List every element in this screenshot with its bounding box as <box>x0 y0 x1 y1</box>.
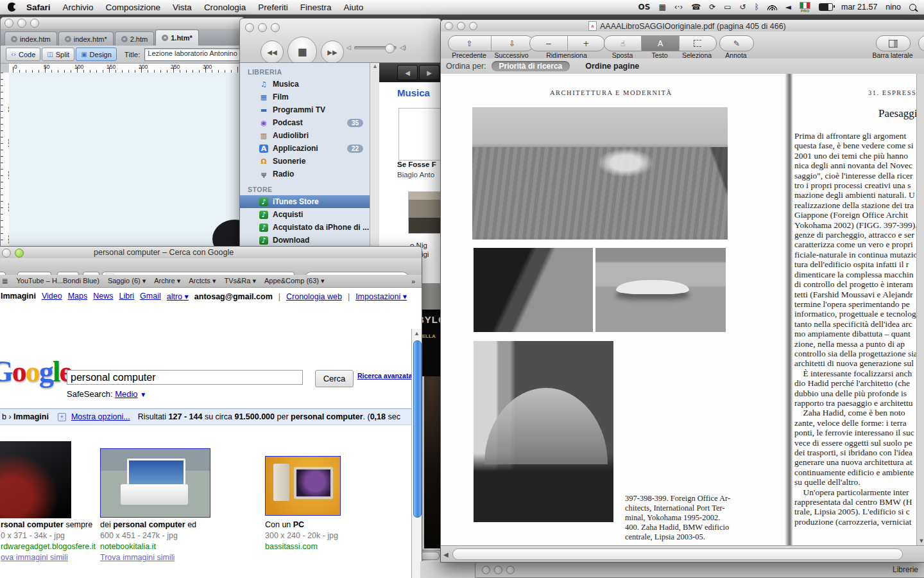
menu-item[interactable]: Finestra <box>300 3 332 12</box>
document-tab[interactable]: ×index.htm <box>4 31 57 46</box>
tab-close-icon[interactable]: × <box>121 36 128 42</box>
show-options-link[interactable]: Mostra opzioni... <box>71 412 130 421</box>
time-machine-icon[interactable]: ↺ <box>740 3 746 12</box>
volume-knob[interactable] <box>385 44 395 53</box>
sidebar-toggle-button[interactable] <box>877 36 910 51</box>
sidebar-item[interactable]: ♫Musica <box>240 78 370 91</box>
sidebar-item[interactable]: ΩSuonerie <box>240 155 370 168</box>
scrollbar-thumb[interactable] <box>413 340 422 518</box>
apple-menu-icon[interactable] <box>8 3 16 12</box>
minimize-button[interactable] <box>258 23 267 32</box>
minimize-button[interactable] <box>457 22 465 30</box>
tab-close-icon[interactable]: × <box>11 36 17 42</box>
dreamweaver-titlebar[interactable] <box>1 17 244 29</box>
nav-link[interactable]: Maps <box>68 292 88 301</box>
album-artist[interactable]: Biagio Anto <box>397 171 434 179</box>
move-tool-button[interactable]: ☝ <box>604 36 642 51</box>
sidebar-item[interactable]: ▦Film <box>240 91 370 103</box>
next-page-button[interactable]: ⇩ <box>492 36 534 51</box>
bookmarks-grid-icon[interactable]: ▦ <box>2 277 8 285</box>
select-tool-button[interactable] <box>680 36 716 51</box>
sort-search-priority-button[interactable]: Priorità di ricerca <box>492 61 570 71</box>
document-tab[interactable]: ×1.htm* <box>155 30 199 46</box>
design-view-button[interactable]: ▣Design <box>76 48 117 61</box>
displays-icon[interactable]: ▭ <box>724 3 731 12</box>
bookmarks-overflow-chevron[interactable]: » <box>411 277 415 285</box>
sidebar-item[interactable]: ψRadio <box>240 168 370 180</box>
safari-titlebar[interactable]: personal computer – Cerca con Google <box>0 247 422 259</box>
document-title-input[interactable]: Lezione laboratorio Antonino S <box>144 48 244 61</box>
sidebar-item[interactable]: ♪Acquistato da iPhone di ... <box>240 221 370 234</box>
menu-item[interactable]: Safari <box>26 3 51 12</box>
album-title[interactable]: Se Fosse F <box>397 161 436 168</box>
bookmark-item[interactable]: Arctcts ▾ <box>189 277 216 285</box>
store-forward-button[interactable]: ▶ <box>419 65 440 80</box>
sidebar-item[interactable]: ▬Programmi TV <box>240 103 370 116</box>
close-button[interactable] <box>2 249 11 258</box>
album-cover[interactable] <box>398 108 441 161</box>
split-view-button[interactable]: ◫Split <box>42 48 74 61</box>
user-switch-menu[interactable]: nino <box>886 3 901 12</box>
result-thumbnail[interactable] <box>265 456 341 516</box>
lastfm-menu-icon[interactable]: OS <box>638 3 651 12</box>
menu-item[interactable]: Cronologia <box>204 3 246 12</box>
design-canvas[interactable] <box>9 73 244 247</box>
sidebar-item[interactable]: ◉Podcast35 <box>240 116 370 129</box>
page-scrollbar[interactable]: ▲ <box>411 329 422 578</box>
wifi-icon[interactable] <box>767 4 777 10</box>
spaces-grid-icon[interactable]: ▦ <box>658 3 665 12</box>
minimize-button[interactable] <box>17 19 26 28</box>
menu-item[interactable]: Vista <box>173 3 192 12</box>
zoom-button[interactable] <box>506 566 515 574</box>
close-button[interactable] <box>245 23 254 32</box>
safesearch-arrow[interactable]: ▼ <box>140 391 146 398</box>
bookmark-item[interactable]: YouTube – H...Bondi Blue) <box>16 277 99 285</box>
menu-item[interactable]: Preferiti <box>258 3 288 12</box>
bluetooth-icon[interactable]: ᛒ <box>755 3 759 12</box>
album-cover[interactable] <box>408 191 441 234</box>
sidebar-item[interactable]: ♪Acquisti <box>240 208 370 221</box>
minimize-button[interactable] <box>494 566 502 574</box>
zoom-button[interactable] <box>30 19 39 28</box>
rewind-button[interactable]: ◀◀ <box>261 40 284 64</box>
zoom-button[interactable] <box>15 249 24 258</box>
close-button[interactable] <box>4 19 13 28</box>
sync-icon[interactable]: ⟳ <box>709 3 715 12</box>
code-view-button[interactable]: ‹›Code <box>6 48 40 61</box>
script-menu-icon[interactable]: ‹·› <box>674 3 683 12</box>
sidebar-item[interactable]: ♪iTunes Store <box>240 195 370 208</box>
nav-link[interactable]: News <box>93 292 113 301</box>
nav-link[interactable]: Gmail <box>140 292 161 301</box>
scrollbar-thumb[interactable] <box>452 548 903 560</box>
safesearch-level-link[interactable]: Medio <box>115 389 137 399</box>
sort-page-order-button[interactable]: Ordine pagine <box>585 62 639 71</box>
web-history-link[interactable]: Cronologia web <box>286 292 342 301</box>
input-language-flag-icon[interactable]: PRO <box>800 2 810 13</box>
zoom-button[interactable] <box>271 23 280 32</box>
close-button[interactable] <box>445 22 453 30</box>
bookmark-item[interactable]: Appe&Comp (63) ▾ <box>264 277 325 285</box>
show-options-icon[interactable]: + <box>58 413 66 421</box>
close-button[interactable] <box>482 566 490 574</box>
search-submit-button[interactable]: Cerca <box>315 370 354 387</box>
annotate-button[interactable]: ✎ <box>720 36 753 51</box>
text-tool-button[interactable]: A <box>642 36 679 51</box>
nav-link[interactable]: altro ▾ <box>167 292 189 301</box>
advanced-search-link[interactable]: Ricerca avanzata <box>357 372 412 380</box>
bookmark-item[interactable]: TVs&Ra ▾ <box>224 277 256 285</box>
fast-forward-button[interactable]: ▶▶ <box>321 40 344 64</box>
volume-slider[interactable] <box>354 46 397 49</box>
previous-page-button[interactable]: ⇧ <box>449 36 492 51</box>
menu-item[interactable]: Aiuto <box>343 3 363 12</box>
bookmark-item[interactable]: Saggio (6) ▾ <box>108 277 146 285</box>
spotlight-icon[interactable] <box>909 4 916 11</box>
nav-link[interactable]: Video <box>42 292 62 301</box>
vertical-scrollbar[interactable]: ▼ <box>916 74 924 545</box>
sidebar-item[interactable]: ♪Download <box>240 234 370 247</box>
tab-close-icon[interactable]: × <box>162 35 168 41</box>
phone-modem-icon[interactable]: ☎ <box>691 3 701 12</box>
result-thumbnail[interactable] <box>100 448 210 518</box>
preview-titlebar[interactable]: AAAAALibroSAGGIOoriginale.pdf (pagina 40… <box>441 20 924 31</box>
horizontal-scrollbar[interactable]: ◀ <box>441 545 924 563</box>
extra-toolbar-button[interactable] <box>919 36 924 51</box>
